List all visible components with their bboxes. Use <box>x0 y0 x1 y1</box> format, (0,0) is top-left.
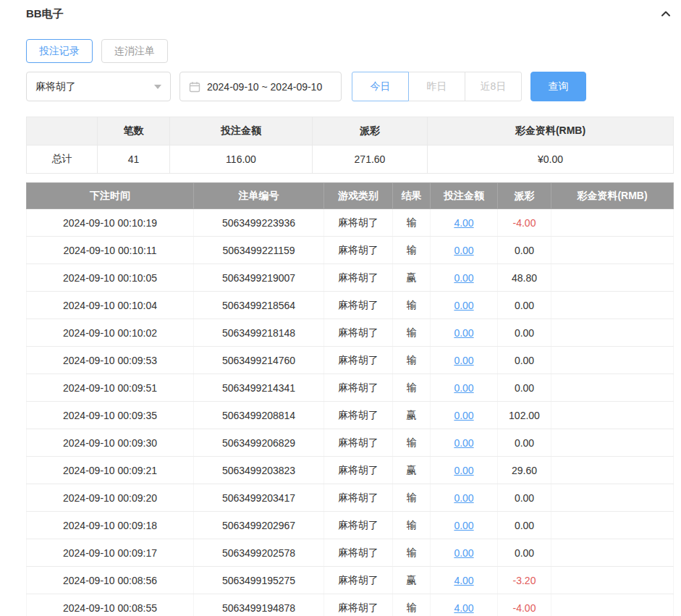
summary-header-count: 笔数 <box>98 117 170 145</box>
payout-cell: 0.00 <box>498 512 551 539</box>
order-id-cell: 5063499219007 <box>194 264 324 292</box>
bonus-cell <box>551 457 674 484</box>
order-id-cell: 5063499214341 <box>194 374 324 402</box>
bet-amount-cell: 0.00 <box>431 264 498 292</box>
bet-amount-link[interactable]: 0.00 <box>454 465 473 476</box>
chevron-up-icon <box>660 11 672 22</box>
table-row: 2024-09-10 00:10:025063499218148麻将胡了输0.0… <box>27 319 674 347</box>
bonus-cell <box>551 567 674 594</box>
bet-amount-link[interactable]: 0.00 <box>454 410 473 421</box>
bonus-cell <box>551 594 674 616</box>
bet-time-cell: 2024-09-10 00:10:02 <box>27 319 194 347</box>
order-id-cell: 5063499218148 <box>194 319 324 347</box>
bonus-cell <box>551 374 674 402</box>
payout-cell: -3.20 <box>498 567 551 594</box>
col-header-bonus: 彩金资料(RMB) <box>551 183 674 209</box>
quick-last8days-button[interactable]: 近8日 <box>465 72 522 101</box>
payout-cell: 0.00 <box>498 292 551 319</box>
order-id-cell: 5063499221159 <box>194 237 324 264</box>
payout-cell: 102.00 <box>498 402 551 429</box>
game-type-cell: 麻将胡了 <box>324 209 393 237</box>
game-type-select[interactable]: 麻将胡了 <box>26 72 171 101</box>
bonus-cell <box>551 319 674 347</box>
col-header-game-type: 游戏类别 <box>324 183 393 209</box>
table-row: 2024-09-10 00:09:355063499208814麻将胡了赢0.0… <box>27 402 674 429</box>
result-cell: 输 <box>393 347 431 374</box>
payout-cell: 0.00 <box>498 539 551 567</box>
result-cell: 赢 <box>393 567 431 594</box>
calendar-icon <box>189 81 200 93</box>
game-type-cell: 麻将胡了 <box>324 484 393 512</box>
order-id-cell: 5063499214760 <box>194 347 324 374</box>
order-id-cell: 5063499195275 <box>194 567 324 594</box>
payout-cell: 48.80 <box>498 264 551 292</box>
bet-amount-cell: 0.00 <box>431 292 498 319</box>
bet-time-cell: 2024-09-10 00:08:56 <box>27 567 194 594</box>
summary-total-bet-amount: 116.00 <box>170 145 313 174</box>
bet-amount-cell: 0.00 <box>431 429 498 457</box>
collapse-panel-button[interactable] <box>659 7 673 21</box>
result-cell: 输 <box>393 484 431 512</box>
search-button[interactable]: 查询 <box>530 72 586 101</box>
bet-amount-cell: 0.00 <box>431 237 498 264</box>
payout-cell: 0.00 <box>498 374 551 402</box>
summary-header-row: 笔数 投注金额 派彩 彩金资料(RMB) <box>27 117 674 145</box>
payout-cell: 0.00 <box>498 429 551 457</box>
bonus-cell <box>551 402 674 429</box>
bet-amount-cell: 4.00 <box>431 567 498 594</box>
game-type-cell: 麻将胡了 <box>324 374 393 402</box>
game-type-cell: 麻将胡了 <box>324 594 393 616</box>
result-cell: 赢 <box>393 457 431 484</box>
payout-cell: -4.00 <box>498 209 551 237</box>
game-type-cell: 麻将胡了 <box>324 347 393 374</box>
summary-total-label: 总计 <box>27 145 98 174</box>
bet-amount-cell: 0.00 <box>431 347 498 374</box>
result-cell: 输 <box>393 429 431 457</box>
date-range-value: 2024-09-10 ~ 2024-09-10 <box>207 81 322 93</box>
bet-amount-link[interactable]: 4.00 <box>454 217 473 229</box>
payout-cell: -4.00 <box>498 594 551 616</box>
bet-amount-link[interactable]: 0.00 <box>454 272 473 284</box>
order-id-cell: 5063499203823 <box>194 457 324 484</box>
summary-header-payout: 派彩 <box>313 117 428 145</box>
summary-total-payout: 271.60 <box>313 145 428 174</box>
bet-amount-link[interactable]: 0.00 <box>454 492 473 504</box>
bet-amount-link[interactable]: 0.00 <box>454 327 473 339</box>
game-type-cell: 麻将胡了 <box>324 292 393 319</box>
table-row: 2024-09-10 00:09:205063499203417麻将胡了输0.0… <box>27 484 674 512</box>
bet-time-cell: 2024-09-10 00:09:17 <box>27 539 194 567</box>
tab-linked-cancelled-orders[interactable]: 连消注单 <box>101 39 168 63</box>
bet-amount-link[interactable]: 0.00 <box>454 355 473 366</box>
bet-amount-link[interactable]: 0.00 <box>454 520 473 531</box>
bet-amount-link[interactable]: 4.00 <box>454 575 473 586</box>
bonus-cell <box>551 512 674 539</box>
table-row: 2024-09-10 00:09:215063499203823麻将胡了赢0.0… <box>27 457 674 484</box>
bet-amount-cell: 0.00 <box>431 319 498 347</box>
date-range-input[interactable]: 2024-09-10 ~ 2024-09-10 <box>179 72 342 101</box>
bonus-cell <box>551 209 674 237</box>
bet-amount-link[interactable]: 0.00 <box>454 382 473 394</box>
bet-amount-link[interactable]: 0.00 <box>454 437 473 449</box>
quick-yesterday-button[interactable]: 昨日 <box>408 72 465 101</box>
order-id-cell: 5063499223936 <box>194 209 324 237</box>
payout-cell: 0.00 <box>498 347 551 374</box>
bet-amount-link[interactable]: 0.00 <box>454 300 473 311</box>
order-id-cell: 5063499208814 <box>194 402 324 429</box>
bonus-cell <box>551 429 674 457</box>
bet-amount-cell: 0.00 <box>431 457 498 484</box>
bet-amount-link[interactable]: 0.00 <box>454 245 473 256</box>
order-id-cell: 5063499202967 <box>194 512 324 539</box>
bet-amount-link[interactable]: 4.00 <box>454 602 473 614</box>
summary-total-bonus: ¥0.00 <box>428 145 674 174</box>
bet-amount-cell: 0.00 <box>431 512 498 539</box>
table-row: 2024-09-10 00:08:565063499195275麻将胡了赢4.0… <box>27 567 674 594</box>
table-row: 2024-09-10 00:09:515063499214341麻将胡了输0.0… <box>27 374 674 402</box>
records-tbody: 2024-09-10 00:10:195063499223936麻将胡了输4.0… <box>27 209 674 616</box>
game-type-cell: 麻将胡了 <box>324 512 393 539</box>
tab-bet-records[interactable]: 投注记录 <box>26 39 93 63</box>
quick-today-button[interactable]: 今日 <box>352 72 409 101</box>
records-table: 下注时间 注单编号 游戏类别 结果 投注金额 派彩 彩金资料(RMB) 2024… <box>26 182 674 616</box>
bet-amount-link[interactable]: 0.00 <box>454 547 473 559</box>
bet-amount-cell: 0.00 <box>431 484 498 512</box>
bet-time-cell: 2024-09-10 00:09:35 <box>27 402 194 429</box>
